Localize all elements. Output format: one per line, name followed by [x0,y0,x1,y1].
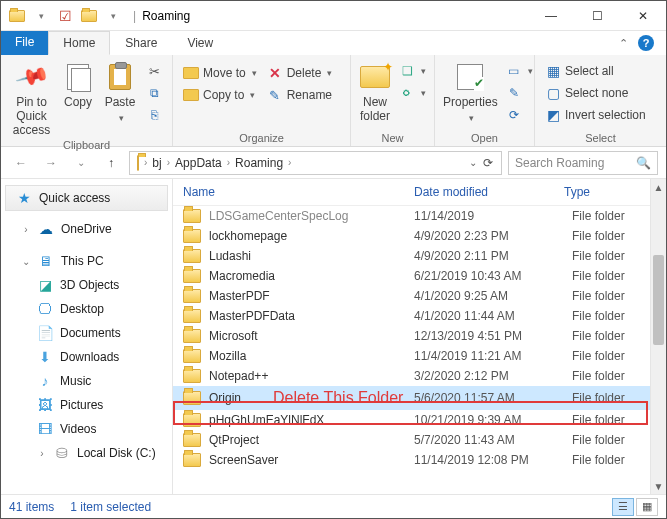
move-to-button[interactable]: Move to▾ [181,63,259,83]
refresh-icon[interactable]: ⟳ [483,156,493,170]
table-row[interactable]: Macromedia6/21/2019 10:43 AMFile folder [173,266,650,286]
date-column-header[interactable]: Date modified [414,185,564,199]
search-input[interactable]: Search Roaming 🔍 [508,151,658,175]
vertical-scrollbar[interactable]: ▲ ▼ [650,179,666,494]
paste-shortcut-button[interactable]: ⎘ [144,105,164,125]
cut-button[interactable]: ✂ [144,61,164,81]
paste-icon [104,61,136,93]
thumbnails-view-button[interactable]: ▦ [636,498,658,516]
properties-button[interactable]: Properties ▾ [443,59,498,123]
quick-access-nav[interactable]: ★Quick access [5,185,168,211]
copy-to-button[interactable]: Copy to▾ [181,85,259,105]
chevron-down-icon[interactable]: ▾ [467,113,474,123]
view-tab[interactable]: View [172,31,228,55]
properties-qat-icon[interactable]: ☑ [57,8,73,24]
expand-icon[interactable]: › [21,224,31,235]
table-row[interactable]: LDSGameCenterSpecLog11/14/2019File folde… [173,206,650,226]
type-column-header[interactable]: Type [564,185,642,199]
table-row[interactable]: MasterPDF4/1/2020 9:25 AMFile folder [173,286,650,306]
chevron-down-icon[interactable]: ▾ [250,68,257,78]
open-button[interactable]: ▭▾ [504,61,535,81]
chevron-down-icon[interactable]: ▾ [248,90,255,100]
breadcrumb-root-icon[interactable] [134,156,142,170]
organize-group-label: Organize [181,130,342,144]
table-row[interactable]: lockhomepage4/9/2020 2:23 PMFile folder [173,226,650,246]
content-area: ★Quick access ›☁OneDrive ⌄🖥This PC ◪3D O… [1,179,666,494]
paste-button[interactable]: Paste ▾ [102,59,138,123]
nav-downloads[interactable]: ⬇Downloads [1,345,172,369]
recent-locations-button[interactable]: ⌄ [69,151,93,175]
name-column-header[interactable]: Name [183,185,414,199]
copy-path-button[interactable]: ⧉ [144,83,164,103]
table-row[interactable]: pHqGhUmEaYlNlFdX10/21/2019 9:39 AMFile f… [173,410,650,430]
new-item-button[interactable]: ❑▾ [397,61,428,81]
maximize-button[interactable]: ☐ [574,1,620,31]
nav-documents[interactable]: 📄Documents [1,321,172,345]
help-icon[interactable]: ? [638,35,654,51]
scroll-thumb[interactable] [653,255,664,345]
file-tab[interactable]: File [1,31,48,55]
qat-dropdown-icon[interactable]: ▾ [33,8,49,24]
collapse-ribbon-icon[interactable]: ⌃ [619,37,628,50]
table-row[interactable]: ScreenSaver11/14/2019 12:08 PMFile folde… [173,450,650,470]
onedrive-nav[interactable]: ›☁OneDrive [1,217,172,241]
cloud-icon: ☁ [38,221,54,237]
folder-icon [183,413,201,427]
table-row[interactable]: QtProject5/7/2020 11:43 AMFile folder [173,430,650,450]
table-row[interactable]: Ludashi4/9/2020 2:11 PMFile folder [173,246,650,266]
up-button[interactable]: ↑ [99,151,123,175]
delete-button[interactable]: ✕Delete▾ [265,63,335,83]
address-dropdown-icon[interactable]: ⌄ [469,157,477,168]
breadcrumb-item[interactable]: bj [149,156,164,170]
new-folder-button[interactable]: New folder [359,59,391,124]
pin-to-quick-access-button[interactable]: 📌 Pin to Quick access [9,59,54,137]
nav-desktop[interactable]: 🖵Desktop [1,297,172,321]
scroll-up-icon[interactable]: ▲ [651,179,666,195]
folder-icon [183,209,201,223]
collapse-icon[interactable]: ⌄ [21,256,31,267]
copy-button[interactable]: Copy [60,59,96,110]
details-view-button[interactable]: ☰ [612,498,634,516]
history-button[interactable]: ⟳ [504,105,535,125]
nav-local-disk[interactable]: ›⛁Local Disk (C:) [1,441,172,465]
select-group: ▦Select all ▢Select none ◩Invert selecti… [535,55,666,146]
close-button[interactable]: ✕ [620,1,666,31]
breadcrumb[interactable]: › bj › AppData › Roaming › ⌄ ⟳ [129,151,502,175]
chevron-right-icon[interactable]: › [288,157,291,168]
edit-button[interactable]: ✎ [504,83,535,103]
table-row[interactable]: Microsoft12/13/2019 4:51 PMFile folder [173,326,650,346]
forward-button: → [39,151,63,175]
table-row[interactable]: Mozilla11/4/2019 11:21 AMFile folder [173,346,650,366]
nav-videos[interactable]: 🎞Videos [1,417,172,441]
home-tab[interactable]: Home [48,31,110,55]
nav-pictures[interactable]: 🖼Pictures [1,393,172,417]
title-separator: | [129,9,140,23]
select-all-button[interactable]: ▦Select all [543,61,648,81]
easy-access-button[interactable]: ⭘▾ [397,83,428,103]
share-tab[interactable]: Share [110,31,172,55]
history-icon: ⟳ [506,107,522,123]
breadcrumb-item[interactable]: Roaming [232,156,286,170]
breadcrumb-item[interactable]: AppData [172,156,225,170]
chevron-down-icon[interactable]: ▾ [117,113,124,123]
table-row[interactable]: OriginDelete This Folder5/6/2020 11:57 A… [173,386,650,410]
minimize-button[interactable]: — [528,1,574,31]
qat-overflow-icon[interactable]: ▾ [105,8,121,24]
chevron-down-icon[interactable]: ▾ [325,68,332,78]
invert-selection-button[interactable]: ◩Invert selection [543,105,648,125]
nav-3d-objects[interactable]: ◪3D Objects [1,273,172,297]
this-pc-nav[interactable]: ⌄🖥This PC [1,249,172,273]
select-none-button[interactable]: ▢Select none [543,83,648,103]
back-button[interactable]: ← [9,151,33,175]
rename-button[interactable]: ✎Rename [265,85,335,105]
chevron-right-icon[interactable]: › [227,157,230,168]
expand-icon[interactable]: › [37,448,47,459]
nav-music[interactable]: ♪Music [1,369,172,393]
chevron-right-icon[interactable]: › [167,157,170,168]
table-row[interactable]: Notepad++3/2/2020 2:12 PMFile folder [173,366,650,386]
folder-qat-icon[interactable] [81,8,97,24]
scroll-down-icon[interactable]: ▼ [651,478,666,494]
table-row[interactable]: MasterPDFData4/1/2020 11:44 AMFile folde… [173,306,650,326]
videos-icon: 🎞 [37,421,53,437]
chevron-right-icon[interactable]: › [144,157,147,168]
